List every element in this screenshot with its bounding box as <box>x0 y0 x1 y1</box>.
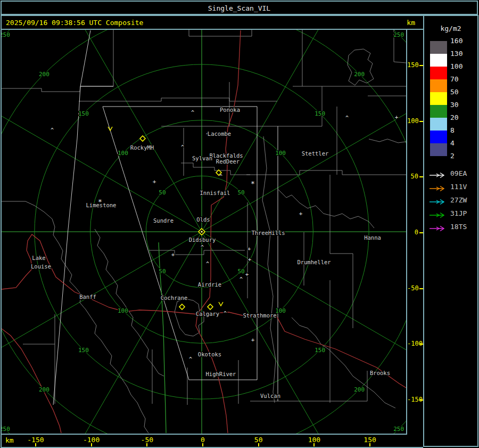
range-ring-label: 150 <box>78 110 89 117</box>
vil-threshold-label: 30 <box>450 101 459 109</box>
city-label-rockymh: RockyMH <box>130 144 154 151</box>
bottom-axis-unit-label: km <box>5 436 14 444</box>
city-label-reddeer: RedDeer <box>216 158 240 165</box>
station-caret-marker: ^ <box>191 110 194 116</box>
station-caret-marker: ^ <box>189 356 192 362</box>
city-label-ponoka: Ponoka <box>220 107 240 113</box>
right-axis-tick-label: -150 <box>407 396 418 403</box>
bottom-axis-tick <box>202 443 203 446</box>
city-label-limestone: Limestone <box>86 202 117 208</box>
right-axis-tick-label: 50 <box>407 173 418 180</box>
city-label-threehills: ThreeHills <box>251 230 285 236</box>
bottom-axis-tick <box>91 443 92 446</box>
bottom-axis-tick-label: -150 <box>27 436 44 444</box>
vil-color-swatch <box>430 118 447 131</box>
right-axis-tick <box>419 121 423 122</box>
bottom-axis-tick-label: 0 <box>201 436 205 444</box>
radar-id-label: 18TS <box>450 224 467 230</box>
city-label-didsbury: Didsbury <box>189 237 216 243</box>
city-label-hanna: Hanna <box>364 234 381 241</box>
station-plus-marker: + <box>395 114 399 121</box>
city-label-airdrie: Airdrie <box>198 281 221 288</box>
radar-id-label: 27ZW <box>450 197 467 203</box>
radar-vector-arrow-111v <box>429 184 447 190</box>
range-ring-label: 150 <box>315 347 325 354</box>
right-axis-tick-label: 150 <box>407 61 418 69</box>
vil-threshold-label: 100 <box>450 63 463 70</box>
range-ring-label: 200 <box>39 386 49 393</box>
range-ring-label: 200 <box>39 71 49 78</box>
city-label-cochrane: Cochrane <box>161 295 188 301</box>
range-ring-label: 100 <box>275 307 286 314</box>
right-axis: 150100500-50-100-150 <box>407 30 423 434</box>
station-plus-marker: + <box>153 178 156 185</box>
bottom-axis-tick-label: 50 <box>254 436 263 444</box>
range-ring-label: 250 <box>2 31 10 38</box>
station-caret-marker: ^ <box>224 311 227 316</box>
page-title: Single_Scan_VIL <box>2 4 477 12</box>
vil-color-swatch <box>430 54 447 67</box>
vil-threshold-label: 2 <box>450 152 455 160</box>
station-caret-marker: ^ <box>181 144 184 150</box>
bottom-axis-tick <box>35 443 36 446</box>
city-label-sundre: Sundre <box>153 217 174 224</box>
vil-color-swatch <box>430 67 447 79</box>
vil-threshold-label: 160 <box>450 37 463 45</box>
range-ring-label: 50 <box>237 189 244 196</box>
right-axis-tick-label: -100 <box>407 340 418 347</box>
city-label-calgary: Calgary <box>196 311 219 317</box>
city-label-innisfail: Innisfail <box>200 190 230 196</box>
radar-center-dot <box>201 231 203 233</box>
range-ring-label: 50 <box>159 189 166 196</box>
vil-threshold-label: 8 <box>450 127 455 134</box>
bottom-axis-tick <box>313 443 315 446</box>
vil-color-swatch <box>430 41 447 54</box>
radar-id-label: 09EA <box>450 170 467 177</box>
colorbar-unit-label: kg/m2 <box>424 25 477 32</box>
vil-threshold-label: 50 <box>450 88 459 96</box>
station-plus-marker: + <box>247 246 251 252</box>
radar-app-window: Single_Scan_VIL 2025/09/16 09:38:56 UTC … <box>0 0 479 448</box>
city-label-strathmore: Strathmore <box>243 312 276 319</box>
bottom-axis-tick-label: 150 <box>364 436 376 444</box>
radar-id-label: 111V <box>450 184 467 190</box>
city-label-lake: Lake <box>32 255 45 261</box>
station-caret-marker: ^ <box>345 115 349 121</box>
vil-threshold-label: 70 <box>450 76 459 83</box>
range-ring-label: 100 <box>118 150 128 157</box>
timestamp-label: 2025/09/16 09:38:56 UTC Composite <box>6 19 143 27</box>
right-axis-tick <box>419 232 423 233</box>
city-label-okotoks: Okotoks <box>198 351 221 357</box>
radar-vector-arrow-18ts <box>429 224 447 230</box>
vil-threshold-label: 130 <box>450 50 463 58</box>
radar-map-frame: 5050505010010010010015015015015020020020… <box>1 29 407 435</box>
bottom-axis-tick-label: -100 <box>83 436 100 444</box>
right-axis-tick-label: -50 <box>407 284 418 292</box>
right-axis-tick <box>419 288 423 289</box>
city-label-stettler: Stettler <box>302 150 329 157</box>
station-caret-marker: ^ <box>206 261 209 267</box>
station-caret-marker: ^ <box>240 276 243 282</box>
bottom-axis-tick-label: 100 <box>308 436 320 444</box>
station-plus-marker: + <box>248 256 252 263</box>
city-label-sylvan: Sylvan <box>192 155 212 161</box>
range-ring-label: 150 <box>315 110 325 117</box>
range-ring-label: 150 <box>78 347 89 354</box>
city-label-highriver: HighRiver <box>206 371 236 377</box>
station-caret-marker: ^ <box>51 127 54 133</box>
radar-vector-arrow-27zw <box>429 197 447 203</box>
radar-map-canvas[interactable]: 5050505010010010010015015015015020020020… <box>2 30 406 434</box>
station-star-marker: * <box>251 180 255 188</box>
bottom-axis: km -150-100-50050100150 <box>1 435 423 448</box>
bottom-axis-tick <box>369 443 370 446</box>
legend-panel: kg/m2 16013010070503020842 09EA111V27ZW3… <box>423 15 478 447</box>
right-axis-tick-label: 100 <box>407 117 418 125</box>
range-ring-label: 50 <box>237 268 244 275</box>
vil-color-swatch <box>430 79 447 92</box>
range-ring-label: 250 <box>393 31 404 38</box>
city-label-lacombe: Lacombe <box>208 131 231 137</box>
bottom-axis-tick-label: -50 <box>141 436 153 444</box>
range-ring-label: 100 <box>118 307 128 314</box>
city-label-banff: Banff <box>79 294 96 300</box>
right-axis-tick-label: 0 <box>407 229 418 236</box>
